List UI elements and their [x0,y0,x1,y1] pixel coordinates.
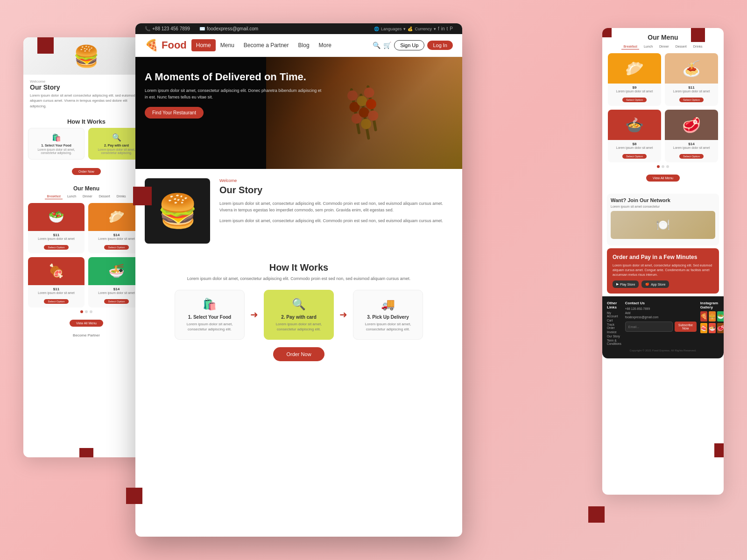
subscribe-button[interactable]: Subscribe Now [675,322,697,332]
topbar-right: 🌐 Languages ▾ 💰 Currency ▾ f in t P [374,26,453,31]
right-menu-item-2: 🍝 $11 Lorem ipsum dolor sit amet Select … [665,53,718,106]
right-menu-item-1: 🥟 $9 Lorem ipsum dolor sit amet Select O… [608,53,661,106]
linkedin-icon[interactable]: in [441,26,445,31]
insta-5: 🍜 [709,323,716,333]
nav-blog[interactable]: Blog [294,39,314,51]
right-tab-dinner[interactable]: Dinner [657,44,671,49]
right-tab-dessert[interactable]: Dessert [674,44,689,49]
languages-selector[interactable]: 🌐 Languages ▾ [374,27,406,31]
footer-our-story[interactable]: Our Story [607,335,621,338]
left-tab-dessert[interactable]: Dessert [97,194,112,199]
right-become-image: 🍽️ [611,211,715,239]
left-menu-select-2[interactable]: Select Option [104,245,128,250]
nav-menu[interactable]: Menu [216,39,239,51]
nav-more[interactable]: More [314,39,336,51]
footer-invoice[interactable]: Invoice [607,330,621,334]
left-welcome-label: Welcome [30,79,143,84]
find-restaurant-button[interactable]: Find Your Restaurant [145,107,204,119]
right-tab-breakfast[interactable]: Breakfast [621,44,639,49]
right-order-text: Lorem ipsum dolor sit amet, consectetur … [613,263,713,277]
left-menu-select-3[interactable]: Select Option [44,299,68,304]
dot-3 [90,310,92,313]
hero-section: A Moments of Delivered on Time. Lorem ip… [135,57,462,169]
right-become-desc: Lorem ipsum sit amet consectetur [611,205,715,208]
phone-info: 📞 +88 123 456 7899 [145,26,190,31]
footer-terms[interactable]: Term & Conditions [607,339,621,345]
step-2-card: 🔍 2. Pay with card Lorem ipsum dolor sit… [264,290,334,340]
right-menu-img-2: 🍝 [665,53,718,84]
right-order-pay-section: Order and Pay in a Few Minutes Lorem ips… [607,248,719,294]
app-store-label: App Store [651,283,665,286]
left-steps-row: 🛍️ 1. Select Your Food Lorem ipsum dolor… [23,128,149,164]
facebook-icon[interactable]: f [438,26,439,31]
currency-selector[interactable]: 💰 Currency ▾ [408,27,436,31]
left-menu-select-4[interactable]: Select Option [104,299,128,304]
right-menu-name-3: Lorem ipsum dolor sit amet [611,146,658,149]
instagram-grid: 🍕 🍔 🥗 🍣 🍜 🥩 [700,311,724,333]
step-arrow-2: ➜ [339,309,347,320]
right-menu-select-2[interactable]: Select Option [679,98,704,102]
nav-partner[interactable]: Become a Partner [239,39,294,51]
footer-instagram-title: Instagram Gallery [700,301,724,309]
left-menu-name-3: Lorem ipsum dolor sit amet [31,291,82,294]
right-menu-img-4: 🥩 [665,110,718,140]
left-tab-drinks[interactable]: Drinks [115,194,128,199]
right-menu-tabs[interactable]: Breakfast Lunch Dinner Dessert Drinks [608,44,718,49]
story-paragraph-1: Lorem ipsum dolor sit amet, consectetur … [219,200,453,214]
signup-button[interactable]: Sign Up [394,40,424,50]
right-tab-lunch[interactable]: Lunch [642,44,655,49]
right-menu-item-4: 🥩 $14 Lorem ipsum dolor sit amet Select … [665,110,718,162]
subscribe-row: Subscribe Now [625,322,697,332]
right-menu-select-1[interactable]: Select Option [622,98,647,102]
left-menu-tabs[interactable]: Breakfast Lunch Dinner Dessert Drinks [23,194,149,199]
left-menu-name-1: Lorem ipsum dolor sit amet [31,237,82,240]
step-3-card: 🚚 3. Pick Up Delivery Lorem ipsum dolor … [353,290,423,340]
play-store-icon: ▶ [616,282,619,286]
login-button[interactable]: Log In [427,41,453,50]
pinterest-icon[interactable]: P [450,26,453,31]
search-icon[interactable]: 🔍 [373,42,381,49]
left-how-title: How It Works [23,118,149,125]
left-tab-dinner[interactable]: Dinner [81,194,94,199]
right-menu-name-1: Lorem ipsum dolor sit amet [611,90,658,93]
step-2-name: 2. Pay with card [270,315,328,320]
left-tab-lunch[interactable]: Lunch [65,194,78,199]
left-tab-breakfast[interactable]: Breakfast [45,194,63,199]
logo[interactable]: 🍕 Food [145,39,187,52]
cart-icon[interactable]: 🛒 [383,42,391,49]
logo-text: Food [162,39,187,51]
right-view-all-button[interactable]: View All Menu [646,175,680,182]
left-view-all-button[interactable]: View All Menu [70,320,103,327]
right-tab-drinks[interactable]: Drinks [691,44,705,49]
app-buttons: ▶ Play Store 🍎 App Store [613,280,713,288]
nav-home[interactable]: Home [191,39,216,51]
right-dot-1 [657,165,660,168]
phone-number: +88 123 456 7899 [152,26,190,31]
footer-cart[interactable]: Cart [607,319,621,322]
left-menu-select-1[interactable]: Select Option [44,245,68,250]
play-store-button[interactable]: ▶ Play Store [613,280,639,288]
right-menu-grid: 🥟 $9 Lorem ipsum dolor sit amet Select O… [608,53,718,162]
twitter-icon[interactable]: t [447,26,448,31]
burger-emoji: 🍔 [73,44,99,69]
subscribe-input[interactable] [625,322,673,332]
left-order-now-button[interactable]: Order Now [72,168,101,175]
footer-track-order[interactable]: Track Order [607,323,621,329]
footer-contact-title: Contact Us [625,301,697,305]
left-story-title: Our Story [30,84,143,91]
app-store-button[interactable]: 🍎 App Store [641,280,669,288]
step-2-icon: 🔍 [270,298,328,311]
right-menu-price-3: $8 [611,142,658,146]
right-menu-select-3[interactable]: Select Option [622,154,647,159]
how-title: How It Works [145,262,453,273]
social-icons: f in t P [438,26,453,31]
step-1-name: 1. Select Your Food [181,315,239,320]
right-menu-select-4[interactable]: Select Option [679,154,704,159]
left-menu-price-4: $14 [91,287,142,291]
email-address: foodexpress@gmail.com [207,26,258,31]
footer-my-account[interactable]: My Account [607,311,621,318]
how-it-works-section: How It Works Lorem ipsum dolor sit amet,… [135,253,462,371]
step-3-name: 3. Pick Up Delivery [359,315,417,320]
right-menu-info-2: $11 Lorem ipsum dolor sit amet Select Op… [665,84,718,106]
order-now-button[interactable]: Order Now [273,347,324,361]
